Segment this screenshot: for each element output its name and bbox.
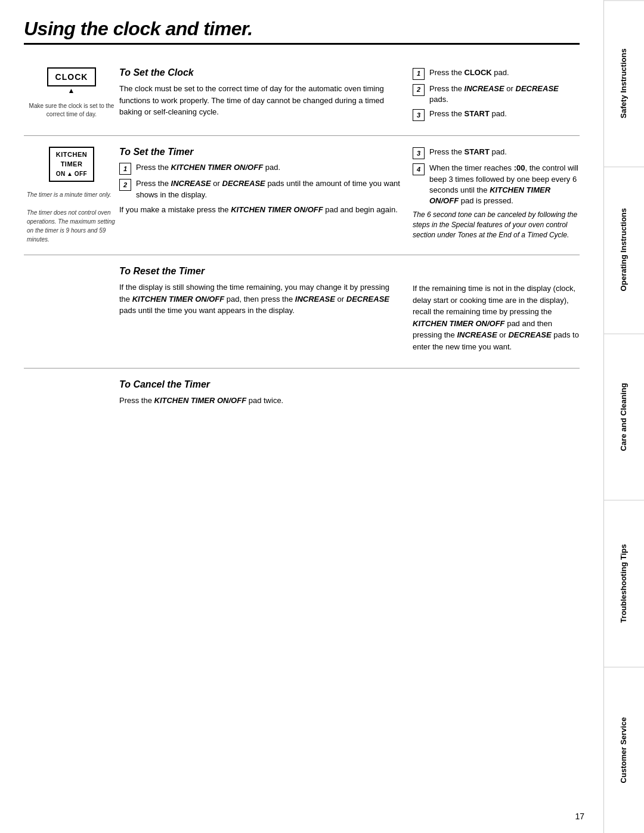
- cancel-timer-heading: To Cancel the Timer: [119, 379, 401, 390]
- kitchen-timer-button-image: KITCHEN TIMER ON ▲ OFF: [49, 147, 94, 182]
- timer-arrow-icon: ▲: [67, 170, 73, 178]
- cancel-timer-right-empty: [413, 379, 580, 411]
- timer-instructions: To Set the Timer 1 Press the KITCHEN TIM…: [119, 147, 413, 244]
- cancel-timer-left-empty: [24, 379, 119, 411]
- clock-step-3: 3 Press the START pad.: [413, 109, 580, 121]
- section-set-clock: CLOCK Make sure the clock is set to the …: [24, 57, 580, 136]
- sidebar-tab-care[interactable]: Care and Cleaning: [604, 333, 644, 500]
- reset-timer-instructions: To Reset the Timer If the display is sti…: [119, 266, 413, 357]
- timer-off-label: OFF: [75, 170, 88, 178]
- clock-caption: Make sure the clock is set to the correc…: [24, 102, 119, 119]
- reset-timer-heading: To Reset the Timer: [119, 266, 401, 277]
- reset-timer-left-empty: [24, 266, 119, 357]
- timer-step-number-1: 1: [119, 163, 131, 175]
- clock-step-2-text: Press the INCREASE or DECREASE pads.: [429, 83, 580, 105]
- clock-body-text: The clock must be set to the correct tim…: [119, 83, 401, 118]
- timer-step-3: 3 Press the START pad.: [413, 147, 580, 159]
- clock-instructions: To Set the Clock The clock must be set t…: [119, 67, 413, 125]
- sidebar-tab-customer[interactable]: Customer Service: [604, 667, 644, 833]
- reset-timer-right-text: If the remaining time is not in the disp…: [413, 283, 580, 352]
- timer-on-label: ON: [56, 170, 66, 178]
- kitchen-timer-label-top: KITCHEN: [56, 150, 87, 159]
- timer-step-1-text: Press the KITCHEN TIMER ON/OFF pad.: [136, 162, 280, 173]
- timer-caption: The timer is a minute timer only. The ti…: [27, 190, 116, 244]
- clock-step-3-text: Press the START pad.: [429, 109, 507, 119]
- clock-step-1-text: Press the CLOCK pad.: [429, 67, 509, 78]
- cancel-timer-body: Press the KITCHEN TIMER ON/OFF pad twice…: [119, 395, 401, 407]
- timer-italic-note: The 6 second tone can be canceled by fol…: [413, 210, 580, 240]
- clock-button-image: CLOCK: [47, 67, 97, 86]
- timer-step-1: 1 Press the KITCHEN TIMER ON/OFF pad.: [119, 162, 401, 175]
- step-number-1: 1: [413, 68, 425, 80]
- clock-illustration: CLOCK Make sure the clock is set to the …: [24, 67, 119, 125]
- section-reset-timer: To Reset the Timer If the display is sti…: [24, 255, 580, 368]
- timer-steps-right: 3 Press the START pad. 4 When the timer …: [413, 147, 580, 244]
- step-number-3: 3: [413, 109, 425, 121]
- title-divider: [24, 43, 580, 45]
- cancel-timer-instructions: To Cancel the Timer Press the KITCHEN TI…: [119, 379, 413, 411]
- timer-illustration: KITCHEN TIMER ON ▲ OFF The timer is a mi…: [24, 147, 119, 244]
- page-number: 17: [575, 812, 584, 821]
- section-cancel-timer: To Cancel the Timer Press the KITCHEN TI…: [24, 368, 580, 422]
- timer-step-4-text: When the timer reaches :00, the control …: [429, 163, 580, 206]
- timer-step-3-text: Press the START pad.: [429, 147, 507, 157]
- timer-step-2-text: Press the INCREASE or DECREASE pads unti…: [136, 178, 401, 200]
- timer-step-number-2: 2: [119, 179, 131, 191]
- kitchen-timer-label-mid: TIMER: [56, 160, 87, 169]
- timer-step-number-4: 4: [413, 163, 425, 175]
- reset-timer-right-body: If the remaining time is not in the disp…: [413, 266, 580, 357]
- clock-step-2: 2 Press the INCREASE or DECREASE pads.: [413, 83, 580, 105]
- clock-steps: 1 Press the CLOCK pad. 2 Press the INCRE…: [413, 67, 580, 125]
- timer-mistake-note: If you make a mistake press the KITCHEN …: [119, 204, 401, 216]
- page-title: Using the clock and timer.: [24, 18, 580, 40]
- set-timer-heading: To Set the Timer: [119, 147, 401, 157]
- sidebar-tab-safety[interactable]: Safety Instructions: [604, 0, 644, 166]
- timer-steps-left: 1 Press the KITCHEN TIMER ON/OFF pad. 2 …: [119, 162, 401, 200]
- sidebar-tab-operating[interactable]: Operating Instructions: [604, 166, 644, 333]
- set-clock-heading: To Set the Clock: [119, 67, 401, 78]
- timer-step-4: 4 When the timer reaches :00, the contro…: [413, 163, 580, 206]
- timer-step-2: 2 Press the INCREASE or DECREASE pads un…: [119, 178, 401, 200]
- right-sidebar: Safety Instructions Operating Instructio…: [603, 0, 644, 833]
- clock-step-1: 1 Press the CLOCK pad.: [413, 67, 580, 80]
- reset-timer-left-body: If the display is still showing the time…: [119, 281, 401, 317]
- sidebar-tab-troubleshooting[interactable]: Troubleshooting Tips: [604, 500, 644, 666]
- kitchen-timer-label-bottom: ON ▲ OFF: [56, 170, 87, 178]
- step-number-2: 2: [413, 84, 425, 96]
- clock-steps-list: 1 Press the CLOCK pad. 2 Press the INCRE…: [413, 67, 580, 121]
- timer-right-steps-list: 3 Press the START pad. 4 When the timer …: [413, 147, 580, 206]
- timer-step-number-3: 3: [413, 147, 425, 159]
- section-set-timer: KITCHEN TIMER ON ▲ OFF The timer is a mi…: [24, 136, 580, 255]
